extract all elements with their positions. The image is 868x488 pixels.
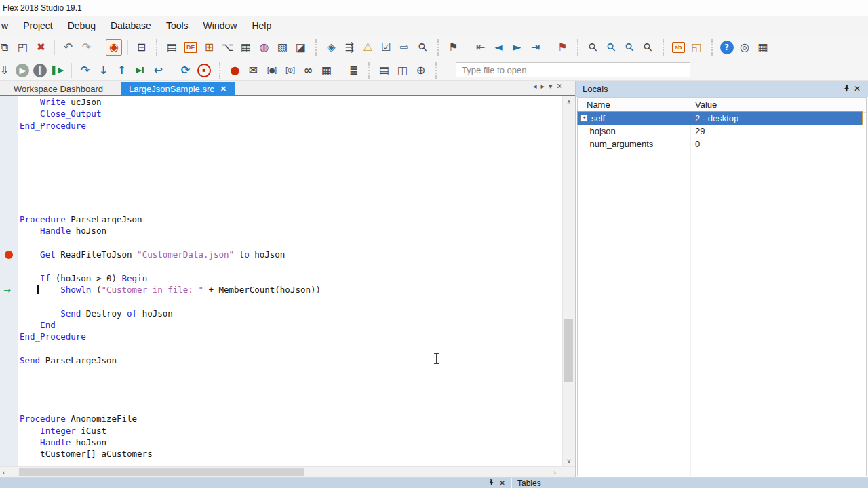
bookmark-first-icon[interactable]: ⇤: [472, 39, 489, 56]
tab-strip-controls: ◂▸▾✕: [533, 82, 563, 91]
step-out-icon[interactable]: ↑: [113, 62, 130, 79]
web-app-icon[interactable]: ⊕: [412, 62, 429, 79]
pin-icon[interactable]: [488, 478, 494, 488]
column-divider[interactable]: [690, 112, 691, 476]
integration-arrows-icon[interactable]: ⇶: [341, 39, 358, 56]
debug-log-icon[interactable]: ✉: [245, 62, 262, 79]
dashboard-grid-icon[interactable]: ▦: [755, 39, 772, 56]
bookmark-next-icon[interactable]: ►: [509, 39, 526, 56]
bookmark-toggle-icon[interactable]: ⚑: [445, 39, 462, 56]
new-file-icon[interactable]: ◪: [292, 39, 309, 56]
locals-panel: Locals ✕ Name Value +self2 - desktop┄hoj…: [575, 81, 868, 478]
code-segment-id: hoJson: [137, 308, 173, 319]
close-icon[interactable]: ✕: [852, 84, 863, 94]
code-segment-id: ucJson: [66, 97, 102, 107]
copy-icon[interactable]: ⧉: [0, 39, 13, 56]
find-in-files-icon[interactable]: ⚲: [635, 35, 660, 60]
column-header-name[interactable]: Name: [578, 98, 690, 112]
menu-item-tools[interactable]: Tools: [159, 16, 196, 35]
vertical-scroll-thumb[interactable]: [564, 319, 573, 382]
help-icon[interactable]: ?: [720, 41, 734, 54]
undo-icon[interactable]: ↶: [60, 39, 77, 56]
database-explorer-icon[interactable]: ▤: [376, 62, 393, 79]
tables-panel-header[interactable]: Tables: [512, 478, 868, 488]
preview-search-icon[interactable]: ⚲: [410, 35, 435, 60]
horizontal-scroll-thumb[interactable]: [19, 468, 304, 476]
dataflex-icon[interactable]: DF: [184, 42, 197, 53]
table-explorer-icon[interactable]: ▧: [274, 39, 291, 56]
column-header-value[interactable]: Value: [690, 98, 866, 112]
menu-item-window[interactable]: Window: [196, 16, 245, 35]
tab-scroll-right-icon[interactable]: ▸: [541, 82, 545, 91]
checklist-icon[interactable]: ☑: [378, 39, 395, 56]
bookmark-clear-icon[interactable]: ⚑: [554, 39, 571, 56]
run-icon[interactable]: ▶: [16, 64, 29, 77]
menu-item-w[interactable]: w: [0, 16, 16, 35]
rename-refactor-icon[interactable]: ab: [672, 42, 685, 53]
locals-name-cell: ┄hojson: [578, 126, 690, 136]
menu-item-project[interactable]: Project: [16, 16, 60, 35]
watches-icon[interactable]: ∞: [300, 62, 317, 79]
document-tab-2[interactable]: LargeJsonSample.src✕: [121, 82, 235, 96]
delete-icon[interactable]: ✖: [33, 39, 50, 56]
step-icon[interactable]: ▌▶: [50, 62, 66, 79]
bottom-panel-header[interactable]: ✕: [0, 478, 511, 488]
tab-list-icon[interactable]: ▾: [549, 82, 553, 91]
table-inspector-icon[interactable]: ▦: [318, 62, 335, 79]
scroll-right-icon[interactable]: ›: [553, 468, 556, 476]
locals-panel-icon[interactable]: [●]: [263, 62, 280, 79]
globals-panel-icon[interactable]: [⊕]: [281, 62, 298, 79]
locals-name-cell: +self: [578, 113, 690, 123]
object-browser-icon[interactable]: ⌥: [219, 39, 236, 56]
folder-refactor-icon[interactable]: ◱: [688, 39, 705, 56]
open-workspace-icon[interactable]: ⊞: [201, 39, 218, 56]
scroll-left-icon[interactable]: ‹: [3, 468, 5, 476]
breakpoint-icon[interactable]: [5, 251, 13, 259]
code-segment-kw: of: [127, 308, 137, 319]
record-macro-icon[interactable]: ◉: [106, 39, 122, 56]
bookmark-last-icon[interactable]: ⇥: [527, 39, 544, 56]
about-license-icon[interactable]: ◎: [736, 39, 753, 56]
expand-icon[interactable]: +: [580, 115, 588, 122]
pause-icon[interactable]: ‖: [33, 64, 47, 77]
code-editor[interactable]: → Write ucJson Close_OutputEnd_Procedure…: [0, 96, 575, 466]
step-into-icon[interactable]: ↓: [95, 62, 112, 79]
run-to-cursor-icon[interactable]: ▶I: [132, 62, 149, 79]
set-next-statement-icon[interactable]: ↩: [150, 62, 167, 79]
menu-item-database[interactable]: Database: [103, 16, 159, 35]
redo-icon[interactable]: ↷: [78, 39, 95, 56]
locals-row-hojson[interactable]: ┄hojson29: [578, 125, 862, 138]
compile-icon[interactable]: ⇩: [0, 62, 13, 79]
tab-close-document-icon[interactable]: ✕: [557, 82, 563, 91]
scroll-up-icon[interactable]: ∧: [563, 98, 575, 106]
paste-icon[interactable]: ◰: [14, 39, 31, 56]
editor-horizontal-scrollbar[interactable]: ‹ ›: [0, 466, 575, 477]
print-icon[interactable]: ⊟: [133, 39, 150, 56]
step-over-icon[interactable]: ↷: [77, 62, 94, 79]
image-warning-icon[interactable]: ⚠: [359, 39, 376, 56]
editor-vertical-scrollbar[interactable]: ∧ ∨: [562, 96, 575, 466]
document-tab-1[interactable]: Workspace Dashboard: [5, 82, 111, 96]
locals-row-self[interactable]: +self2 - desktop: [578, 112, 862, 125]
deploy-cube-icon[interactable]: ◈: [323, 39, 340, 56]
editor-gutter[interactable]: →: [0, 96, 18, 466]
tab-scroll-left-icon[interactable]: ◂: [533, 82, 537, 91]
pin-icon[interactable]: [841, 84, 852, 94]
menu-item-help[interactable]: Help: [244, 16, 279, 35]
project-properties-icon[interactable]: ▤: [163, 39, 180, 56]
close-icon[interactable]: ✕: [500, 478, 505, 488]
menu-item-debug[interactable]: Debug: [60, 16, 103, 35]
database-builder-icon[interactable]: ◫: [394, 62, 411, 79]
bookmark-prev-icon[interactable]: ◄: [490, 39, 507, 56]
call-stack-icon[interactable]: ≣: [345, 62, 362, 79]
scroll-down-icon[interactable]: ∨: [563, 457, 575, 464]
locals-row-num_arguments[interactable]: ┄num_arguments0: [578, 138, 862, 150]
style-palette-icon[interactable]: ◍: [256, 39, 273, 56]
toggle-breakpoint-icon[interactable]: ●: [226, 62, 243, 79]
table-editor-icon[interactable]: ▦: [237, 39, 254, 56]
stop-icon[interactable]: ■: [197, 64, 211, 77]
tab-close-icon[interactable]: ✕: [220, 85, 226, 94]
code-area[interactable]: Write ucJson Close_OutputEnd_ProcedurePr…: [18, 96, 561, 466]
file-open-combo[interactable]: [456, 62, 690, 77]
restart-icon[interactable]: ⟳: [177, 62, 194, 79]
